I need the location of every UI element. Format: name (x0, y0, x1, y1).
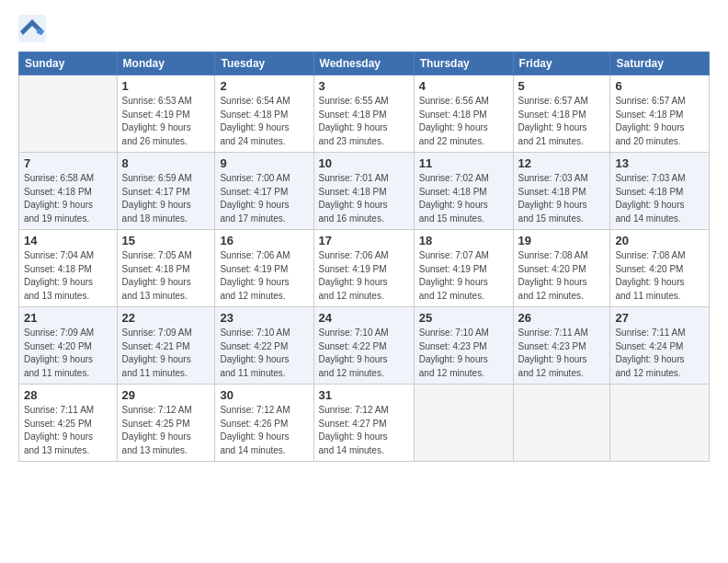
calendar-cell: 11Sunrise: 7:02 AM Sunset: 4:18 PM Dayli… (414, 153, 513, 230)
day-info: Sunrise: 7:12 AM Sunset: 4:26 PM Dayligh… (220, 404, 308, 457)
day-number: 28 (24, 388, 112, 402)
day-number: 25 (419, 311, 508, 325)
weekday-header-friday: Friday (513, 52, 610, 75)
weekday-header-thursday: Thursday (414, 52, 513, 75)
calendar-cell: 7Sunrise: 6:58 AM Sunset: 4:18 PM Daylig… (19, 153, 118, 230)
calendar-cell: 3Sunrise: 6:55 AM Sunset: 4:18 PM Daylig… (313, 75, 414, 153)
day-number: 5 (518, 79, 606, 93)
calendar-cell: 29Sunrise: 7:12 AM Sunset: 4:25 PM Dayli… (117, 385, 215, 462)
day-number: 7 (24, 156, 112, 170)
weekday-header-saturday: Saturday (610, 52, 710, 75)
calendar-cell: 8Sunrise: 6:59 AM Sunset: 4:17 PM Daylig… (117, 153, 215, 230)
day-number: 1 (122, 79, 210, 93)
day-info: Sunrise: 7:05 AM Sunset: 4:18 PM Dayligh… (122, 249, 210, 303)
calendar-cell: 9Sunrise: 7:00 AM Sunset: 4:17 PM Daylig… (215, 153, 313, 230)
day-number: 29 (122, 388, 210, 402)
calendar-week-row: 7Sunrise: 6:58 AM Sunset: 4:18 PM Daylig… (19, 153, 710, 230)
day-number: 9 (220, 156, 308, 170)
day-info: Sunrise: 7:11 AM Sunset: 4:24 PM Dayligh… (615, 327, 704, 380)
calendar-cell: 16Sunrise: 7:06 AM Sunset: 4:19 PM Dayli… (215, 230, 313, 307)
calendar-cell: 1Sunrise: 6:53 AM Sunset: 4:19 PM Daylig… (117, 75, 215, 153)
day-info: Sunrise: 7:11 AM Sunset: 4:25 PM Dayligh… (24, 404, 112, 457)
day-number: 14 (24, 234, 112, 247)
day-number: 13 (615, 156, 704, 170)
calendar-cell (513, 385, 610, 462)
svg-rect-0 (18, 15, 46, 42)
logo-icon (18, 15, 46, 42)
weekday-header-tuesday: Tuesday (215, 52, 313, 75)
day-info: Sunrise: 7:11 AM Sunset: 4:23 PM Dayligh… (518, 327, 606, 380)
day-number: 27 (615, 311, 704, 325)
calendar-cell (414, 385, 513, 462)
weekday-header-wednesday: Wednesday (313, 52, 414, 75)
day-number: 18 (419, 234, 508, 247)
day-info: Sunrise: 6:56 AM Sunset: 4:18 PM Dayligh… (419, 95, 508, 148)
day-info: Sunrise: 7:12 AM Sunset: 4:25 PM Dayligh… (122, 404, 210, 457)
day-info: Sunrise: 7:01 AM Sunset: 4:18 PM Dayligh… (319, 172, 409, 225)
day-number: 31 (319, 388, 409, 402)
calendar-cell: 21Sunrise: 7:09 AM Sunset: 4:20 PM Dayli… (19, 307, 118, 385)
day-info: Sunrise: 7:03 AM Sunset: 4:18 PM Dayligh… (615, 172, 704, 225)
day-number: 30 (220, 388, 308, 402)
calendar-cell: 22Sunrise: 7:09 AM Sunset: 4:21 PM Dayli… (117, 307, 215, 385)
day-number: 15 (122, 234, 210, 247)
day-number: 16 (220, 234, 308, 247)
day-number: 6 (615, 79, 704, 93)
day-number: 19 (518, 234, 606, 247)
day-number: 8 (122, 156, 210, 170)
day-info: Sunrise: 6:58 AM Sunset: 4:18 PM Dayligh… (24, 172, 112, 225)
weekday-header-sunday: Sunday (19, 52, 118, 75)
calendar-cell: 13Sunrise: 7:03 AM Sunset: 4:18 PM Dayli… (610, 153, 710, 230)
header (18, 15, 710, 42)
day-number: 12 (518, 156, 606, 170)
calendar-week-row: 14Sunrise: 7:04 AM Sunset: 4:18 PM Dayli… (19, 230, 710, 307)
page: SundayMondayTuesdayWednesdayThursdayFrid… (0, 0, 728, 563)
day-number: 24 (319, 311, 409, 325)
calendar-cell: 15Sunrise: 7:05 AM Sunset: 4:18 PM Dayli… (117, 230, 215, 307)
calendar-cell: 26Sunrise: 7:11 AM Sunset: 4:23 PM Dayli… (513, 307, 610, 385)
calendar-cell: 18Sunrise: 7:07 AM Sunset: 4:19 PM Dayli… (414, 230, 513, 307)
day-number: 11 (419, 156, 508, 170)
day-info: Sunrise: 6:57 AM Sunset: 4:18 PM Dayligh… (518, 95, 606, 148)
calendar-cell: 24Sunrise: 7:10 AM Sunset: 4:22 PM Dayli… (313, 307, 414, 385)
calendar-cell: 31Sunrise: 7:12 AM Sunset: 4:27 PM Dayli… (313, 385, 414, 462)
day-info: Sunrise: 7:02 AM Sunset: 4:18 PM Dayligh… (419, 172, 508, 225)
day-info: Sunrise: 6:57 AM Sunset: 4:18 PM Dayligh… (615, 95, 704, 148)
day-number: 3 (319, 79, 409, 93)
day-info: Sunrise: 7:08 AM Sunset: 4:20 PM Dayligh… (518, 249, 606, 303)
calendar-cell: 28Sunrise: 7:11 AM Sunset: 4:25 PM Dayli… (19, 385, 118, 462)
logo (18, 15, 50, 42)
day-number: 2 (220, 79, 308, 93)
calendar-cell: 10Sunrise: 7:01 AM Sunset: 4:18 PM Dayli… (313, 153, 414, 230)
weekday-header-monday: Monday (117, 52, 215, 75)
day-number: 26 (518, 311, 606, 325)
calendar-cell: 12Sunrise: 7:03 AM Sunset: 4:18 PM Dayli… (513, 153, 610, 230)
calendar-cell: 25Sunrise: 7:10 AM Sunset: 4:23 PM Dayli… (414, 307, 513, 385)
day-info: Sunrise: 7:04 AM Sunset: 4:18 PM Dayligh… (24, 249, 112, 303)
day-number: 20 (615, 234, 704, 247)
calendar-cell: 4Sunrise: 6:56 AM Sunset: 4:18 PM Daylig… (414, 75, 513, 153)
day-info: Sunrise: 7:09 AM Sunset: 4:21 PM Dayligh… (122, 327, 210, 380)
calendar-week-row: 21Sunrise: 7:09 AM Sunset: 4:20 PM Dayli… (19, 307, 710, 385)
calendar-cell: 6Sunrise: 6:57 AM Sunset: 4:18 PM Daylig… (610, 75, 710, 153)
day-number: 21 (24, 311, 112, 325)
calendar-cell: 23Sunrise: 7:10 AM Sunset: 4:22 PM Dayli… (215, 307, 313, 385)
day-number: 22 (122, 311, 210, 325)
calendar-cell (610, 385, 710, 462)
calendar-cell (19, 75, 118, 153)
day-info: Sunrise: 7:10 AM Sunset: 4:22 PM Dayligh… (319, 327, 409, 380)
day-number: 4 (419, 79, 508, 93)
day-info: Sunrise: 6:54 AM Sunset: 4:18 PM Dayligh… (220, 95, 308, 148)
day-info: Sunrise: 7:08 AM Sunset: 4:20 PM Dayligh… (615, 249, 704, 303)
calendar-table: SundayMondayTuesdayWednesdayThursdayFrid… (18, 52, 710, 462)
day-info: Sunrise: 6:55 AM Sunset: 4:18 PM Dayligh… (319, 95, 409, 148)
day-number: 17 (319, 234, 409, 247)
day-info: Sunrise: 7:06 AM Sunset: 4:19 PM Dayligh… (319, 249, 409, 303)
calendar-cell: 14Sunrise: 7:04 AM Sunset: 4:18 PM Dayli… (19, 230, 118, 307)
calendar-cell: 2Sunrise: 6:54 AM Sunset: 4:18 PM Daylig… (215, 75, 313, 153)
calendar-cell: 20Sunrise: 7:08 AM Sunset: 4:20 PM Dayli… (610, 230, 710, 307)
weekday-header-row: SundayMondayTuesdayWednesdayThursdayFrid… (19, 52, 710, 75)
calendar-cell: 5Sunrise: 6:57 AM Sunset: 4:18 PM Daylig… (513, 75, 610, 153)
calendar-cell: 17Sunrise: 7:06 AM Sunset: 4:19 PM Dayli… (313, 230, 414, 307)
calendar-cell: 30Sunrise: 7:12 AM Sunset: 4:26 PM Dayli… (215, 385, 313, 462)
